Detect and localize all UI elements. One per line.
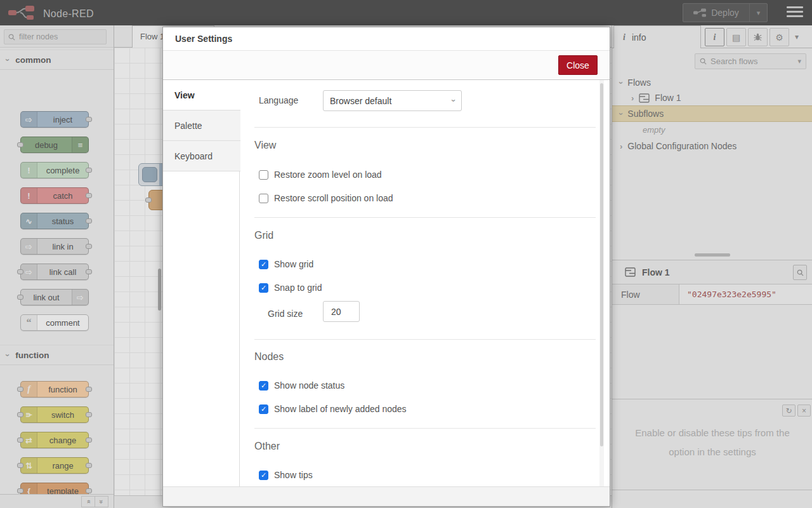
section-title-grid: Grid [254, 230, 273, 241]
grid-size-input[interactable] [323, 301, 360, 322]
checkbox-checked[interactable]: ✓ [259, 283, 268, 293]
checkbox-checked[interactable]: ✓ [259, 260, 268, 269]
language-value: Browser default [330, 96, 391, 106]
checkbox-show-label[interactable]: ✓ Show label of newly added nodes [259, 403, 407, 415]
checkbox-show-tips[interactable]: ✓ Show tips [259, 469, 313, 481]
checkbox-show-grid[interactable]: ✓ Show grid [259, 258, 313, 270]
dialog-button-bar: Close [163, 51, 610, 80]
checkbox-checked[interactable]: ✓ [259, 471, 268, 480]
checkbox-unchecked[interactable] [259, 194, 268, 203]
dialog-footer [163, 486, 610, 506]
section-title-nodes: Nodes [254, 351, 284, 363]
tab-keyboard[interactable]: Keyboard [163, 141, 240, 171]
language-select[interactable]: Browser default › [323, 90, 462, 111]
dialog-title: User Settings [163, 27, 610, 51]
language-label: Language [259, 95, 298, 105]
checkbox-checked[interactable]: ✓ [259, 404, 268, 414]
dialog-scrollbar-thumb[interactable] [600, 83, 603, 446]
checkbox-restore-zoom[interactable]: Restore zoom level on load [259, 169, 382, 180]
dialog-scrollbar[interactable] [599, 80, 604, 486]
chevron-down-icon: › [452, 96, 455, 105]
close-button[interactable]: Close [558, 55, 598, 75]
checkbox-restore-scroll[interactable]: Restore scroll position on load [259, 192, 393, 204]
tab-view[interactable]: View [163, 80, 240, 110]
grid-size-label: Grid size [268, 309, 303, 319]
section-title-view: View [254, 140, 276, 151]
tab-palette[interactable]: Palette [163, 110, 240, 141]
user-settings-dialog: User Settings Close View Palette Keyboar… [162, 27, 610, 507]
dialog-body: View Palette Keyboard Language Browser d… [163, 80, 610, 486]
node-red-app: Node-RED Deploy ▾ [0, 0, 812, 508]
section-title-other: Other [254, 441, 280, 452]
checkbox-checked[interactable]: ✓ [259, 381, 268, 391]
checkbox-unchecked[interactable] [259, 170, 268, 180]
settings-tabs: View Palette Keyboard [163, 80, 240, 486]
checkbox-node-status[interactable]: ✓ Show node status [259, 380, 344, 391]
checkbox-snap-grid[interactable]: ✓ Snap to grid [259, 282, 322, 293]
settings-content: Language Browser default › View Restore … [240, 80, 599, 486]
